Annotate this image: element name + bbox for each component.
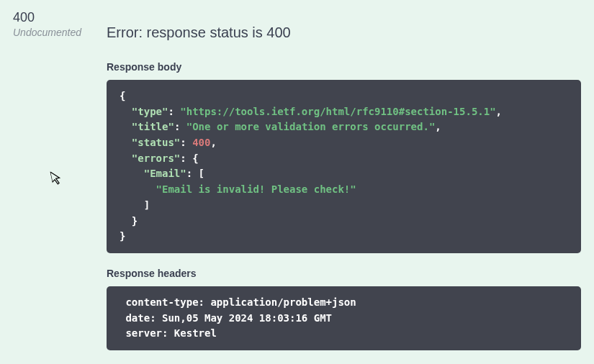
json-key: "Email"	[144, 168, 186, 179]
response-body-title: Response body	[107, 61, 581, 73]
colon: :	[168, 106, 180, 117]
response-container: 400 Undocumented Error: response status …	[0, 0, 594, 359]
bracket: [	[199, 168, 204, 179]
comma: ,	[496, 106, 502, 117]
json-string: "One or more validation errors occurred.…	[186, 121, 436, 132]
header-line: server: Kestrel	[120, 327, 222, 339]
brace: {	[192, 153, 198, 164]
header-line: content-type: application/problem+json	[120, 296, 362, 308]
brace: }	[132, 215, 138, 227]
json-string: "https://tools.ietf.org/html/rfc9110#sec…	[180, 106, 495, 117]
colon: :	[180, 137, 192, 148]
colon: :	[186, 168, 199, 179]
header-line: date: Sun,05 May 2024 18:03:16 GMT	[120, 312, 338, 324]
json-key: "title"	[132, 121, 174, 132]
response-body-block[interactable]: { "type": "https://tools.ietf.org/html/r…	[107, 80, 581, 253]
json-number: 400	[192, 137, 210, 148]
error-title: Error: response status is 400	[107, 24, 581, 41]
bracket: ]	[144, 199, 150, 211]
status-column: 400 Undocumented	[13, 9, 107, 350]
response-headers-title: Response headers	[107, 268, 581, 279]
json-key: "status"	[132, 137, 180, 148]
colon: :	[180, 153, 192, 164]
response-headers-block[interactable]: content-type: application/problem+json d…	[107, 286, 581, 350]
json-key: "type"	[132, 106, 168, 117]
details-column: Error: response status is 400 Response b…	[107, 9, 581, 350]
comma: ,	[210, 137, 216, 148]
status-label: Undocumented	[13, 27, 107, 38]
json-string: "Email is invalid! Please check!"	[156, 183, 356, 195]
brace: {	[120, 90, 125, 101]
brace: }	[120, 230, 125, 242]
json-key: "errors"	[132, 153, 180, 164]
colon: :	[174, 121, 186, 132]
status-code: 400	[13, 10, 107, 25]
comma: ,	[435, 121, 441, 132]
